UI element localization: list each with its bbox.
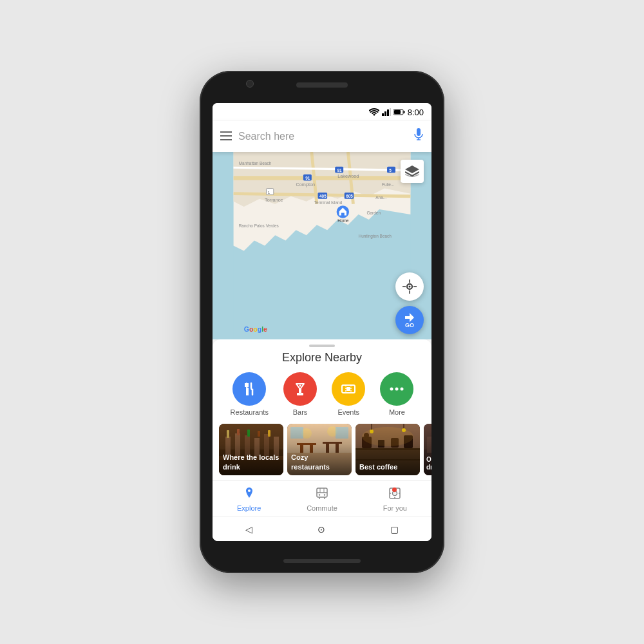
- svg-text:Fulle...: Fulle...: [382, 182, 395, 187]
- restaurants-label: Restaurants: [231, 408, 269, 416]
- svg-rect-6: [394, 110, 401, 114]
- svg-rect-49: [346, 387, 350, 391]
- svg-point-47: [299, 385, 301, 387]
- svg-text:5: 5: [389, 168, 392, 173]
- explore-categories-row: Restaurants Bars: [213, 372, 431, 416]
- phone-home-bar: [283, 559, 361, 563]
- svg-text:91: 91: [305, 176, 310, 180]
- android-nav-bar: ◁ ⊙ ▢: [213, 516, 431, 541]
- map-background: Compton Lakewood Torrance Terminal Islan…: [213, 152, 431, 339]
- location-button[interactable]: [395, 272, 424, 301]
- svg-rect-3: [390, 108, 391, 116]
- phone-screen: 8:00 Search here: [213, 103, 431, 541]
- events-label: Events: [337, 408, 359, 416]
- status-time: 8:00: [408, 108, 424, 117]
- svg-rect-0: [382, 113, 384, 116]
- svg-text:Home: Home: [337, 218, 349, 223]
- nav-for-you[interactable]: For you: [359, 482, 431, 516]
- bottom-sheet: Explore Nearby Restaurants: [213, 339, 431, 480]
- nav-explore[interactable]: Explore: [213, 482, 285, 516]
- bottom-navigation: Explore Commute: [213, 480, 431, 516]
- card-best-coffee[interactable]: Best coffee: [355, 424, 420, 475]
- explore-icon-wrap: [242, 486, 256, 503]
- go-label: GO: [405, 322, 414, 328]
- svg-text:Manhattan Beach: Manhattan Beach: [239, 161, 272, 166]
- for-you-icon-wrap: [388, 486, 402, 503]
- signal-icon: [382, 108, 391, 116]
- category-events[interactable]: Events: [332, 372, 365, 416]
- category-restaurants[interactable]: Restaurants: [231, 372, 269, 416]
- restaurants-icon-circle: [232, 372, 266, 406]
- svg-text:Lakewood: Lakewood: [337, 173, 359, 179]
- crosshair-icon: [402, 279, 417, 294]
- card-text-locals: Where the locals drink: [223, 453, 279, 471]
- android-recents-button[interactable]: ▢: [390, 524, 399, 535]
- go-button[interactable]: GO: [395, 306, 424, 334]
- svg-text:Google: Google: [244, 325, 267, 333]
- explore-nav-label: Explore: [237, 504, 261, 512]
- events-icon-circle: [332, 372, 365, 406]
- more-dots-icon: [390, 386, 404, 392]
- category-more[interactable]: More: [380, 372, 413, 416]
- svg-text:Torrance: Torrance: [265, 197, 283, 203]
- svg-text:Huntington Beach: Huntington Beach: [359, 234, 392, 239]
- commute-icon: [315, 486, 329, 500]
- svg-text:Garden: Garden: [367, 211, 381, 215]
- hamburger-icon[interactable]: [220, 130, 232, 144]
- nav-commute[interactable]: Commute: [285, 482, 358, 516]
- search-bar[interactable]: Search here: [213, 121, 431, 152]
- commute-icon-wrap: [315, 486, 329, 503]
- svg-rect-7: [220, 131, 232, 133]
- svg-text:Rancho Palos Verdes: Rancho Palos Verdes: [239, 223, 279, 228]
- svg-point-103: [324, 494, 325, 495]
- svg-text:Ana...: Ana...: [375, 195, 386, 200]
- category-bars[interactable]: Bars: [283, 372, 317, 416]
- layers-icon: [405, 166, 419, 177]
- cocktail-icon: [293, 382, 307, 396]
- bars-icon-circle: [283, 372, 317, 406]
- battery-icon: [393, 109, 405, 115]
- ticket-icon: [341, 382, 356, 396]
- phone-camera: [246, 80, 254, 88]
- bars-label: Bars: [293, 408, 308, 416]
- category-cards-row: Where the locals drink: [213, 424, 431, 480]
- map-layers-button[interactable]: [401, 160, 424, 183]
- drag-handle[interactable]: [309, 345, 335, 347]
- svg-rect-8: [220, 135, 232, 137]
- svg-rect-9: [220, 139, 232, 140]
- more-label: More: [389, 408, 405, 416]
- for-you-nav-label: For you: [383, 504, 407, 512]
- svg-text:1: 1: [268, 191, 270, 194]
- svg-point-102: [319, 494, 320, 495]
- card-text-cozy: Cozy restaurants: [291, 453, 348, 471]
- status-bar: 8:00: [213, 103, 431, 121]
- explore-title: Explore Nearby: [213, 351, 431, 365]
- mic-icon[interactable]: [413, 128, 424, 146]
- card-cozy-restaurants[interactable]: Cozy restaurants: [287, 424, 352, 475]
- partial-card-text: Ou...dr...: [426, 456, 431, 471]
- svg-rect-2: [387, 109, 389, 116]
- card-text-coffee: Best coffee: [359, 462, 416, 471]
- navigation-icon: [404, 312, 415, 323]
- map-container[interactable]: Compton Lakewood Torrance Terminal Islan…: [213, 152, 431, 339]
- svg-text:91: 91: [337, 168, 342, 173]
- svg-point-50: [390, 388, 393, 391]
- svg-text:405: 405: [319, 194, 327, 198]
- svg-rect-10: [417, 128, 421, 136]
- card-partial-bg: Ou...dr...: [424, 424, 431, 475]
- android-home-button[interactable]: ⊙: [317, 524, 325, 535]
- svg-text:Terminal Island: Terminal Island: [314, 200, 343, 205]
- for-you-notification-dot: [392, 488, 397, 492]
- more-icon-circle: [380, 372, 413, 406]
- commute-nav-label: Commute: [307, 504, 337, 512]
- svg-rect-1: [384, 111, 386, 116]
- android-back-button[interactable]: ◁: [245, 524, 252, 535]
- svg-text:Compton: Compton: [296, 182, 315, 187]
- card-locals-drink[interactable]: Where the locals drink: [219, 424, 283, 475]
- svg-point-40: [409, 286, 411, 288]
- fork-knife-icon: [242, 382, 256, 396]
- search-input[interactable]: Search here: [238, 131, 407, 142]
- status-icons: 8:00: [369, 108, 424, 117]
- wifi-icon: [369, 108, 379, 116]
- card-partial-4[interactable]: Ou...dr...: [424, 424, 431, 475]
